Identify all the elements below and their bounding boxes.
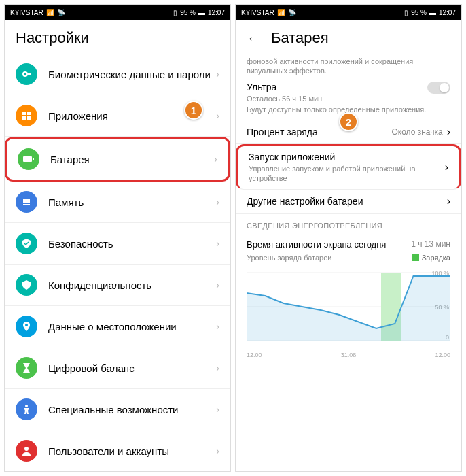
chevron-right-icon: › [216,110,219,121]
statusbar: KYIVSTAR 📶 📡 ▯ 95 % ▬ 12:07 [5,5,230,20]
battery-icon [18,148,39,170]
x-tick: 12:00 [247,352,262,358]
callout-badge-1: 1 [184,101,203,120]
carrier-label: KYIVSTAR [10,9,43,16]
item-label: Память [48,197,216,208]
battery-content: фоновой активности приложений и сокращен… [236,54,461,471]
item-location[interactable]: Данные о местоположении › [5,306,230,347]
item-privacy[interactable]: Конфиденциальность › [5,265,230,306]
item-biometrics[interactable]: Биометрические данные и пароли › [5,54,230,95]
chevron-right-icon: › [216,197,219,207]
vibrate-icon: ▯ [404,9,408,16]
svg-rect-5 [27,116,31,120]
statusbar: KYIVSTAR 📶 📡 ▯ 95 % ▬ 12:07 [236,5,461,20]
chevron-right-icon: › [216,362,219,373]
row-title: Ультра [247,82,427,92]
svg-rect-6 [23,156,32,162]
chevron-right-icon: › [447,195,450,207]
legend-square [412,254,419,261]
section-header: СВЕДЕНИЯ ЭНЕРГОПОТРЕБЛЕНИЯ [236,214,461,234]
page-title: Настройки [16,29,89,47]
item-security[interactable]: Безопасность › [5,223,230,265]
item-battery[interactable]: Батарея › [5,137,230,182]
vibrate-icon: ▯ [173,9,177,16]
phone-left: KYIVSTAR 📶 📡 ▯ 95 % ▬ 12:07 Настройки Би… [4,4,231,472]
chart-box: Время активности экрана сегодня 1 ч 13 м… [236,234,461,365]
row-sub: Управление запуском и работой приложений… [249,164,445,184]
row-sub: Будут доступны только определенные прило… [247,105,427,114]
item-label: Специальные возможности [48,404,216,415]
svg-rect-2 [22,112,26,115]
truncated-description: фоновой активности приложений и сокращен… [236,54,461,76]
battery-icon: ▬ [198,9,205,16]
row-app-launch[interactable]: Запуск приложений Управление запуском и … [236,144,461,190]
row-title: Процент заряда [247,126,391,137]
legend-label: Зарядка [422,254,450,262]
item-label: Биометрические данные и пароли [48,69,216,80]
x-tick: 31.08 [341,352,357,358]
item-memory[interactable]: Память › [5,182,230,223]
item-label: Данные о местоположении [48,321,216,333]
svg-rect-7 [33,158,34,160]
svg-rect-10 [23,204,30,205]
item-label: Пользователи и аккаунты [48,445,216,457]
carrier-label: KYIVSTAR [241,9,274,16]
back-button[interactable]: ← [247,31,260,46]
chevron-right-icon: › [447,126,450,138]
svg-point-13 [24,447,29,451]
svg-point-11 [25,324,28,326]
shield-icon [16,233,37,254]
ultra-toggle[interactable] [427,82,450,94]
page-title: Батарея [271,29,329,47]
chart-area [247,276,450,341]
battery-pct: 95 % [180,9,196,16]
chart-sublabel: Уровень заряда батареи [247,254,331,262]
header: Настройки [5,20,230,54]
memory-icon [16,191,37,213]
item-label: Цифровой баланс [48,362,216,374]
row-value: Около значка [391,127,442,137]
row-title: Другие настройки батареи [247,196,447,207]
svg-rect-8 [23,199,30,201]
privacy-icon [16,274,37,296]
chevron-right-icon: › [214,154,217,165]
item-digital-balance[interactable]: Цифровой баланс › [5,347,230,389]
item-label: Конфиденциальность [48,279,216,291]
battery-chart: 100 % 50 % 0 [247,266,450,347]
clock: 12:07 [208,9,225,16]
item-users[interactable]: Пользователи и аккаунты › [5,430,230,471]
item-label: Батарея [50,154,214,165]
battery-icon: ▬ [429,9,436,16]
svg-rect-4 [22,116,26,120]
chevron-right-icon: › [445,161,448,173]
chart-value: 1 ч 13 мин [411,239,450,249]
svg-point-0 [23,72,27,76]
location-icon [16,316,37,337]
x-tick: 12:00 [435,352,450,358]
svg-point-12 [25,405,28,407]
chart-xaxis: 12:00 31.08 12:00 [247,350,450,360]
accessibility-icon [16,398,37,420]
row-title: Запуск приложений [249,152,445,163]
settings-list: Биометрические данные и пароли › Приложе… [5,54,230,471]
key-icon [16,63,37,85]
chart-title: Время активности экрана сегодня [247,239,386,250]
item-accessibility[interactable]: Специальные возможности › [5,389,230,430]
hourglass-icon [16,357,37,379]
user-icon [16,440,37,462]
row-other-settings[interactable]: Другие настройки батареи › [236,190,461,214]
chevron-right-icon: › [216,404,219,415]
wifi-icon: 📡 [288,9,296,16]
item-label: Безопасность [48,238,216,250]
chevron-right-icon: › [216,445,219,456]
chevron-right-icon: › [216,69,219,80]
chart-legend: Зарядка [412,254,450,262]
row-remaining: Осталось 56 ч 15 мин [247,94,427,103]
battery-pct: 95 % [411,9,427,16]
signal-icon: 📶 [277,9,285,16]
phone-right: KYIVSTAR 📶 📡 ▯ 95 % ▬ 12:07 ← Батарея фо… [235,4,462,472]
wifi-icon: 📡 [57,9,65,16]
signal-icon: 📶 [46,9,54,16]
header: ← Батарея [236,20,461,54]
callout-badge-2: 2 [339,112,358,131]
